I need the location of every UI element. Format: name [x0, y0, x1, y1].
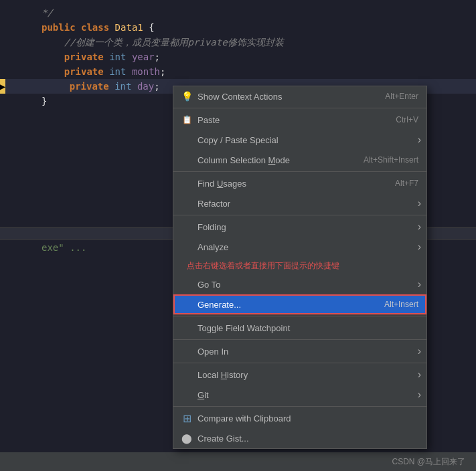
compare-clipboard-icon: ⊞ [180, 411, 193, 425]
paste-shortcut: Ctrl+V [396, 115, 418, 124]
generate-shortcut: Alt+Insert [384, 300, 418, 309]
analyze-label: Analyze [197, 242, 418, 252]
menu-item-analyze[interactable]: Analyze [173, 237, 426, 257]
git-icon [180, 388, 193, 401]
open-in-label: Open In [197, 347, 418, 357]
paste-icon: 📋 [180, 113, 193, 126]
folding-icon [180, 220, 193, 233]
menu-item-paste[interactable]: 📋 Paste Ctrl+V [173, 110, 426, 130]
find-usages-icon [180, 177, 193, 190]
bulb-icon: 💡 [180, 90, 193, 103]
copy-paste-icon [180, 133, 193, 147]
code-line-3: //创建一个类，成员变量都用private修饰实现封装 [0, 35, 476, 50]
goto-icon [180, 278, 193, 291]
menu-item-open-in[interactable]: Open In [173, 341, 426, 361]
refactor-icon [180, 197, 193, 210]
find-usages-label: Find Usages [197, 179, 382, 189]
generate-label: Generate... [197, 300, 371, 310]
create-gist-label: Create Gist... [197, 434, 418, 444]
watchpoint-icon [180, 321, 193, 335]
menu-item-watchpoint[interactable]: Toggle Field Watchpoint [173, 318, 426, 338]
menu-item-refactor[interactable]: Refactor [173, 193, 426, 213]
menu-item-generate[interactable]: Generate... Alt+Insert [173, 294, 426, 314]
code-line-4: private int year; [0, 50, 476, 64]
arrow-marker: ▶ [0, 79, 5, 94]
column-selection-label: Column Selection Mode [197, 155, 350, 165]
separator-3 [173, 215, 426, 215]
compare-clipboard-label: Compare with Clipboard [197, 413, 418, 423]
menu-item-column-selection[interactable]: Column Selection Mode Alt+Shift+Insert [173, 150, 426, 170]
local-history-icon [180, 368, 193, 381]
find-usages-shortcut: Alt+F7 [395, 179, 418, 188]
column-selection-icon [180, 153, 193, 167]
github-icon: ⬤ [180, 432, 193, 445]
menu-item-copy-paste[interactable]: Copy / Paste Special [173, 130, 426, 150]
folding-label: Folding [197, 222, 418, 232]
bottom-bar: CSDN @马上回来了 [0, 452, 476, 471]
show-context-label: Show Context Actions [197, 92, 372, 102]
goto-label: Go To [197, 280, 418, 290]
watchpoint-label: Toggle Field Watchpoint [197, 323, 418, 333]
column-selection-shortcut: Alt+Shift+Insert [364, 155, 418, 165]
menu-item-local-history[interactable]: Local History [173, 365, 426, 385]
menu-item-git[interactable]: Git [173, 385, 426, 405]
separator-1 [173, 108, 426, 108]
show-context-shortcut: Alt+Enter [385, 92, 418, 101]
hint-label: 点击右键选着或者直接用下面提示的快捷键 [180, 259, 346, 273]
separator-5 [173, 339, 426, 340]
separator-4 [173, 316, 426, 316]
code-line-2: public class Data1 { [0, 20, 476, 35]
generate-icon [180, 298, 193, 311]
menu-item-folding[interactable]: Folding [173, 217, 426, 237]
open-in-icon [180, 345, 193, 358]
local-history-label: Local History [197, 370, 418, 380]
watermark-text: CSDN @马上回来了 [392, 456, 465, 468]
git-label: Git [197, 390, 418, 400]
paste-label: Paste [197, 115, 382, 125]
separator-6 [173, 363, 426, 363]
context-menu: 💡 Show Context Actions Alt+Enter 📋 Paste… [173, 86, 427, 449]
code-line-1: */ [0, 5, 476, 20]
menu-item-find-usages[interactable]: Find Usages Alt+F7 [173, 173, 426, 193]
copy-paste-label: Copy / Paste Special [197, 135, 418, 145]
refactor-label: Refactor [197, 199, 418, 209]
menu-item-create-gist[interactable]: ⬤ Create Gist... [173, 428, 426, 448]
menu-item-hint: 点击右键选着或者直接用下面提示的快捷键 [173, 257, 426, 274]
exe-line: exe" ... [0, 240, 174, 256]
code-line-5: private int month; [0, 64, 476, 79]
separator-2 [173, 171, 426, 172]
analyze-icon [180, 240, 193, 254]
separator-7 [173, 406, 426, 407]
menu-item-show-context[interactable]: 💡 Show Context Actions Alt+Enter [173, 86, 426, 106]
menu-item-compare-clipboard[interactable]: ⊞ Compare with Clipboard [173, 408, 426, 428]
menu-item-goto[interactable]: Go To [173, 274, 426, 294]
